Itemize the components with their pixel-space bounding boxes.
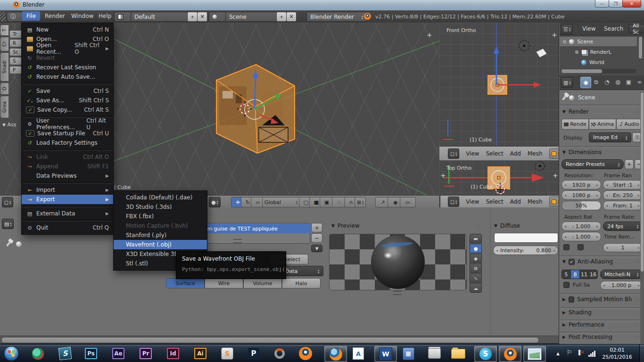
toolshelf-tab-options[interactable]: O <box>0 82 8 95</box>
menu-item-recover-last-session[interactable]: ↺Recover Last Session <box>22 63 113 72</box>
screen-layout-field[interactable]: Default <box>131 12 194 22</box>
taskbar-indesign-icon[interactable]: Id <box>167 348 179 359</box>
dimensions-section-header[interactable]: ▼Dimensions:::: <box>562 149 642 156</box>
close-button[interactable]: ✕ <box>622 0 641 8</box>
material-type-wire[interactable]: Wire <box>205 278 243 288</box>
outliner-hscrollbar-track[interactable] <box>561 69 636 74</box>
full-sample-checkbox[interactable] <box>563 282 570 288</box>
menu-item-quit[interactable]: ⊙QuitCtrl Q <box>22 223 113 232</box>
taskbar-fax-icon[interactable] <box>427 347 441 360</box>
crop-checkbox[interactable] <box>578 244 584 250</box>
export-item-3ds[interactable]: 3D Studio (.3ds) <box>114 202 207 212</box>
tab-scene[interactable]: ◔ <box>602 77 612 87</box>
render-opengl-anim-button[interactable]: ▭ <box>400 197 416 207</box>
taskbar-photoshop-icon[interactable]: Ps <box>85 348 97 359</box>
scene-field[interactable]: Scene <box>225 12 283 22</box>
post-processing-section-header[interactable]: ▶Post Processing:::: <box>562 334 642 340</box>
export-item-ply[interactable]: Stanford (.ply) <box>114 230 207 240</box>
taskbar-s-app-icon[interactable]: S <box>58 347 72 360</box>
header-resize-grip[interactable] <box>0 12 6 21</box>
tray-flag-icon[interactable]: ⚐ <box>567 349 572 356</box>
add-preset-button[interactable]: + <box>625 159 634 169</box>
taskbar-image-viewer-icon[interactable] <box>523 346 546 362</box>
outliner-row-scene[interactable]: ⊖ Scene <box>560 37 637 46</box>
frame-step-field[interactable]: Fram: 1 <box>603 201 643 210</box>
header-menu-add[interactable]: Add <box>510 198 521 205</box>
audio-button[interactable]: ♪Audio <box>616 119 643 130</box>
export-item-obj[interactable]: Wavefront (.obj) <box>114 240 207 249</box>
maximize-button[interactable]: ❐ <box>609 0 623 8</box>
tray-power-icon[interactable]: ❚✕ <box>577 349 584 355</box>
tray-expand-icon[interactable]: ▲ <box>556 351 560 356</box>
start-button[interactable] <box>4 346 19 361</box>
header-menu-add[interactable]: Add <box>510 150 521 157</box>
header-menu-view[interactable]: View <box>466 198 479 205</box>
taskbar-calculator-icon[interactable]: ▦ <box>402 347 415 360</box>
tab-render-layers[interactable]: ⧉ <box>591 77 601 87</box>
expand-icon[interactable]: ⊕ <box>575 49 578 55</box>
frame-end-field[interactable]: En: 250 <box>603 190 643 200</box>
taskbar-wordpad-icon[interactable]: A <box>352 347 365 360</box>
diffuse-intensity-slider[interactable]: Intensity: 0.800 <box>493 246 558 255</box>
menu-item-append[interactable]: ↪AppendShift F1 <box>22 162 113 171</box>
minimize-button[interactable]: — <box>595 0 609 8</box>
menu-item-export[interactable]: →Export▶ <box>22 195 113 204</box>
tab-world[interactable]: ◍ <box>613 77 623 87</box>
aa-samples-16[interactable]: 16 <box>589 270 597 279</box>
expand-region-button[interactable]: + <box>552 31 557 39</box>
export-item-collada[interactable]: Collada (Default) (.dae) <box>114 193 207 202</box>
preview-world-button[interactable]: ☁ <box>470 283 482 293</box>
aa-samples-11[interactable]: 11 <box>580 270 589 279</box>
menu-item-save-as[interactable]: ✓.Save As...Shift Ctrl S <box>22 96 113 105</box>
material-type-halo[interactable]: Halo <box>282 278 321 288</box>
toolshelf-tab-shading[interactable]: Shadi <box>0 52 8 82</box>
menu-item-data-previews[interactable]: Data Previews▶ <box>22 171 113 181</box>
antialias-checkbox[interactable] <box>569 259 575 265</box>
outliner-menu-search[interactable]: Search <box>604 25 623 32</box>
tab-object[interactable]: ▣ <box>624 77 634 87</box>
display-dropdown[interactable]: Image Ed <box>589 132 631 142</box>
preview-hair-button[interactable]: ∿ <box>470 273 482 283</box>
fps-dropdown[interactable]: 24 fps <box>603 222 643 231</box>
toolshelf-tab-create[interactable]: Cr <box>0 37 8 51</box>
menu-file[interactable]: File <box>22 11 40 21</box>
taskbar-explorer-icon[interactable] <box>451 347 466 360</box>
add-scene-button[interactable]: ＋ <box>276 12 287 22</box>
render-engine-select[interactable]: Blender Render <box>306 12 367 22</box>
orientation-dropdown[interactable]: Global <box>262 197 300 207</box>
render-section-header[interactable]: ▼Render:::: <box>562 108 642 115</box>
editor-type-selector[interactable]: ◻ <box>448 197 459 207</box>
expand-region-button[interactable]: + <box>440 172 446 179</box>
aspect-y-field[interactable]: : 1.000 <box>561 232 601 241</box>
menu-item-save-startup[interactable]: ✓Save Startup FileCtrl U <box>22 129 113 138</box>
pin-icon[interactable] <box>6 241 11 247</box>
menu-render[interactable]: Render <box>41 11 69 21</box>
menu-item-new[interactable]: ▤NewCtrl N <box>22 25 113 34</box>
header-menu-mesh[interactable]: Mesh <box>528 150 543 157</box>
shading-section-header[interactable]: ▶Shading:::: <box>562 309 642 316</box>
header-menu-select[interactable]: Select <box>486 150 504 157</box>
add-layout-button[interactable]: ＋ <box>187 12 198 22</box>
menu-item-save[interactable]: ✓SaveCtrl S <box>22 86 113 96</box>
viewport-shading-dropdown[interactable]: ● <box>209 197 221 207</box>
menu-item-open-recent[interactable]: Open Recent...Shift Ctrl O▶ <box>22 44 113 53</box>
properties-scrollbar-thumb[interactable] <box>641 92 644 272</box>
outliner-row-renderlayers[interactable]: ⊕ RenderL <box>560 47 637 57</box>
toolshelf-tab-grease[interactable]: Grea <box>0 96 8 118</box>
properties-scrollbar-track[interactable] <box>640 91 644 344</box>
taskbar-realplayer-icon[interactable] <box>31 347 44 360</box>
collapse-icon[interactable]: ⊖ <box>562 39 566 44</box>
motion-blur-section-header[interactable]: ▶ Sampled Motion Blur:::: <box>562 296 642 303</box>
menu-item-external-data[interactable]: ▤External Data▶ <box>22 209 113 218</box>
tray-network-icon[interactable] <box>588 350 595 357</box>
taskbar-illustrator-icon[interactable]: Ai <box>194 348 206 359</box>
material-type-surface[interactable]: Surface <box>166 278 205 288</box>
resolution-percent-slider[interactable]: 50% <box>561 201 601 210</box>
outliner-row-world[interactable]: World <box>560 58 637 67</box>
aa-samples-5[interactable]: 5 <box>562 270 571 279</box>
material-type-volume[interactable]: Volume <box>243 278 282 288</box>
taskbar-premiere-icon[interactable]: Pr <box>140 348 152 359</box>
animation-button[interactable]: Anima <box>589 119 616 130</box>
viewport-front-ortho[interactable]: Front Ortho (1) Cube + <box>439 23 559 146</box>
bottom-scrollbar-thumb[interactable] <box>1 337 539 343</box>
